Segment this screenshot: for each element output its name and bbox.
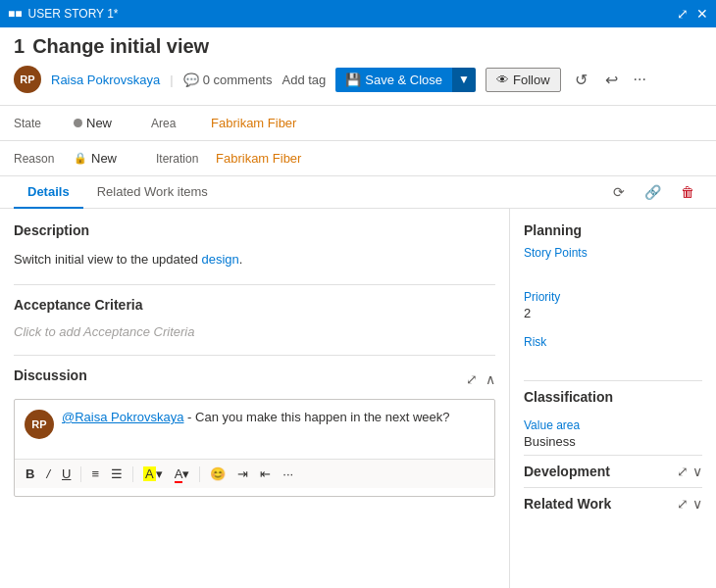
priority-value[interactable]: 2 <box>524 306 702 320</box>
reason-label: Reason <box>14 152 68 166</box>
fmt-sep-2 <box>132 466 133 482</box>
related-work-title: Related Work <box>524 496 611 512</box>
description-title: Description <box>14 222 495 238</box>
close-icon[interactable]: ✕ <box>696 6 708 22</box>
undo-button[interactable]: ↩ <box>601 67 622 93</box>
more-format-button[interactable]: ··· <box>278 464 298 484</box>
discussion-text: @Raisa Pokrovskaya - Can you make this h… <box>62 410 449 424</box>
highlight-button[interactable]: A▾ <box>138 464 168 484</box>
underline-button[interactable]: U <box>57 464 76 484</box>
iteration-label: Iteration <box>156 152 210 166</box>
refresh-button[interactable]: ↺ <box>571 67 591 93</box>
planning-section: Planning Story Points Priority 2 Risk <box>524 222 702 365</box>
related-work-expand-icon[interactable]: ⤢ <box>677 496 689 512</box>
user-name[interactable]: Raisa Pokrovskaya <box>51 73 160 87</box>
outdent-button[interactable]: ⇤ <box>255 464 276 484</box>
discussion-avatar: RP <box>25 410 54 439</box>
restore-icon[interactable]: ⤢ <box>677 6 689 22</box>
discussion-title: Discussion <box>14 368 87 383</box>
risk-value[interactable] <box>524 351 702 365</box>
follow-button[interactable]: 👁 Follow <box>486 68 561 92</box>
story-points-value[interactable] <box>524 262 702 275</box>
work-item-type-icon: ■■ <box>8 7 23 21</box>
comment-icon: 💬 <box>183 73 199 87</box>
development-icons: ⤢ ∨ <box>677 464 702 479</box>
section-divider-2 <box>14 355 495 356</box>
font-color-icon: A <box>175 466 183 483</box>
related-work-section[interactable]: Related Work ⤢ ∨ <box>524 487 702 519</box>
title-bar-right: ⤢ ✕ <box>677 6 708 22</box>
tab-related-work-items[interactable]: Related Work items <box>83 176 222 209</box>
fmt-sep-3 <box>199 466 200 482</box>
emoji-button[interactable]: 😊 <box>205 464 230 484</box>
iteration-value[interactable]: Fabrikam Fiber <box>216 151 301 166</box>
discussion-icons: ⤢ ∧ <box>466 371 495 387</box>
link-icon[interactable]: 🔗 <box>637 178 669 206</box>
priority-label: Priority <box>524 290 702 304</box>
title-bar-label: USER STORY 1* <box>28 7 119 21</box>
comments-button[interactable]: 💬 0 comments <box>183 73 273 87</box>
planning-title: Planning <box>524 222 702 238</box>
delete-icon[interactable]: 🗑 <box>673 178 702 206</box>
description-before: Switch initial view to the updated <box>14 252 202 267</box>
development-chevron-icon[interactable]: ∨ <box>692 464 702 479</box>
content-area: Description Switch initial view to the u… <box>0 209 716 588</box>
font-color-button[interactable]: A▾ <box>170 464 195 484</box>
area-field: Area Fabrikam Fiber <box>151 116 296 130</box>
save-group: 💾 Save & Close ▼ <box>335 68 476 92</box>
discussion-header: Discussion ⤢ ∧ <box>14 368 495 391</box>
formatting-toolbar: B / U ≡ ☰ A▾ A▾ 😊 ⇥ ⇤ ··· <box>15 459 494 488</box>
title-bar-left: ■■ USER STORY 1* <box>8 7 119 21</box>
development-title: Development <box>524 464 610 479</box>
metadata-row: State New Area Fabrikam Fiber <box>0 106 716 141</box>
description-after: . <box>239 252 243 267</box>
work-item-header: 1 Change initial view RP Raisa Pokrovska… <box>0 27 716 106</box>
toolbar-separator: | <box>170 73 173 87</box>
align-button[interactable]: ≡ <box>86 464 104 484</box>
expand-icon[interactable]: ⤢ <box>466 371 478 387</box>
italic-button[interactable]: / <box>41 464 55 484</box>
acceptance-placeholder[interactable]: Click to add Acceptance Criteria <box>14 320 495 343</box>
development-section[interactable]: Development ⤢ ∨ <box>524 455 702 487</box>
comment-count: 0 comments <box>203 73 273 87</box>
acceptance-title: Acceptance Criteria <box>14 297 495 313</box>
state-label: State <box>14 117 68 130</box>
avatar: RP <box>14 66 41 93</box>
story-points-label: Story Points <box>524 246 702 260</box>
area-label: Area <box>151 117 205 130</box>
state-field: State New <box>14 116 112 130</box>
tab-icon-group: ⟳ 🔗 🗑 <box>605 178 702 206</box>
save-close-button[interactable]: 💾 Save & Close <box>335 68 452 92</box>
work-item-id-title: 1 Change initial view <box>14 35 702 58</box>
tab-details[interactable]: Details <box>14 176 83 209</box>
discussion-box: RP @Raisa Pokrovskaya - Can you make thi… <box>14 399 495 497</box>
value-area-value[interactable]: Business <box>524 434 702 449</box>
save-icon: 💾 <box>345 73 361 87</box>
section-divider-1 <box>14 284 495 285</box>
description-text: Switch initial view to the updated desig… <box>14 246 495 272</box>
reason-value[interactable]: 🔒 New <box>74 151 117 166</box>
development-expand-icon[interactable]: ⤢ <box>677 464 689 479</box>
indent-button[interactable]: ⇥ <box>232 464 253 484</box>
save-dropdown-button[interactable]: ▼ <box>452 68 476 92</box>
classification-section[interactable]: Classification <box>524 380 702 413</box>
history-icon[interactable]: ⟳ <box>605 178 633 206</box>
state-value[interactable]: New <box>74 116 112 130</box>
collapse-icon[interactable]: ∧ <box>486 371 495 387</box>
classification-title: Classification <box>524 389 613 405</box>
list-button[interactable]: ☰ <box>106 464 128 484</box>
bold-button[interactable]: B <box>21 464 39 484</box>
mention[interactable]: @Raisa Pokrovskaya <box>62 410 183 424</box>
add-tag-button[interactable]: Add tag <box>281 73 326 87</box>
right-panel: Planning Story Points Priority 2 Risk Cl… <box>510 209 716 588</box>
iteration-field: Iteration Fabrikam Fiber <box>156 151 301 166</box>
more-options-button[interactable]: ··· <box>632 67 648 92</box>
reason-field: Reason 🔒 New <box>14 151 117 166</box>
related-work-chevron-icon[interactable]: ∨ <box>692 496 702 512</box>
page-title: Change initial view <box>32 35 209 58</box>
title-bar: ■■ USER STORY 1* ⤢ ✕ <box>0 0 716 27</box>
area-value[interactable]: Fabrikam Fiber <box>211 116 296 130</box>
toolbar: RP Raisa Pokrovskaya | 💬 0 comments Add … <box>14 66 702 93</box>
discussion-content: @Raisa Pokrovskaya - Can you make this h… <box>62 408 485 427</box>
value-area-label: Value area <box>524 418 702 432</box>
